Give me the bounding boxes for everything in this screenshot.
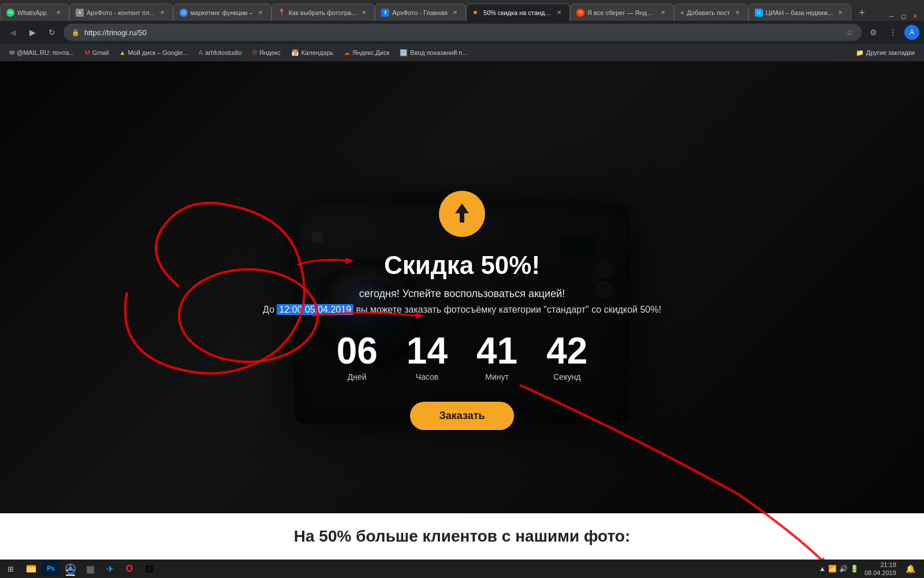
notification-icon: 🔔 <box>906 564 915 573</box>
new-tab-button[interactable]: + <box>854 5 870 21</box>
logo-circle <box>439 191 485 237</box>
notification-button[interactable]: 🔔 <box>902 561 918 577</box>
site-content: Скидка 50%! сегодня! Успейте воспользова… <box>0 61 924 560</box>
bookmark-mail[interactable]: ✉ @MAIL.RU: почта... <box>5 47 79 58</box>
bookmark-drive[interactable]: ▲ Мой диск – Google... <box>115 47 193 58</box>
gmail-icon: M <box>85 49 90 56</box>
tab-yasave-close[interactable]: ✕ <box>658 8 668 17</box>
tab-cian-close[interactable]: ✕ <box>836 8 845 17</box>
tab-yasave-label: Я все сберег — Яндек... <box>587 9 655 16</box>
tray-battery-icon[interactable]: 🔋 <box>850 565 859 573</box>
svg-line-10 <box>72 569 74 570</box>
tab-sale-close[interactable]: ✕ <box>554 8 564 17</box>
tab-sale[interactable]: ★ 50% скидка на станда... ✕ <box>466 3 570 21</box>
tab-whatsapp[interactable]: W WhatsApp ✕ <box>0 3 69 21</box>
tab-sale-label: 50% скидка на станда... <box>483 9 552 16</box>
back-button[interactable]: ◀ <box>5 24 21 40</box>
countdown-days: 06 Дней <box>337 332 378 381</box>
countdown-hours-label: Часов <box>416 372 439 381</box>
sale-title: Скидка 50%! <box>384 251 540 280</box>
refresh-button[interactable]: ↻ <box>44 24 60 40</box>
bookmarks-other-label: Другие закладки <box>866 49 915 56</box>
desc-prefix: До <box>263 305 274 314</box>
tray-sound-icon[interactable]: 🔊 <box>839 565 848 573</box>
tab-addpost-close[interactable]: ✕ <box>733 8 742 17</box>
taskbar-telegram[interactable]: ✈ <box>100 561 119 577</box>
pin-icon: 📍 <box>278 9 286 17</box>
minimize-button[interactable]: ─ <box>887 12 896 21</box>
user-avatar[interactable]: A <box>904 25 919 40</box>
tab-google-close[interactable]: ✕ <box>256 8 265 17</box>
bookmarks-other[interactable]: 📁 Другие закладки <box>851 47 919 58</box>
svg-marker-0 <box>455 203 469 223</box>
tab-whatsapp-close[interactable]: ✕ <box>54 8 63 17</box>
tab-arh2[interactable]: f АрхФото - Главная ✕ <box>375 3 466 21</box>
tray-arrow-icon[interactable]: ▲ <box>819 565 826 573</box>
lock-icon: 🔒 <box>72 29 80 36</box>
bookmark-arh[interactable]: A arhfotostudio <box>194 47 247 58</box>
taskbar-chrome[interactable] <box>61 561 80 577</box>
tab-yandex[interactable]: 📍 Как выбрать фотогра... ✕ <box>271 3 375 21</box>
taskbar-apps: Ps ▦ ✈ O 🖼 <box>22 561 158 577</box>
meter-icon: 🔢 <box>400 49 408 57</box>
bookmark-meter[interactable]: 🔢 Ввод показаний п... <box>395 47 472 58</box>
below-fold-section: На 50% больше клиентов с нашими фото: <box>0 513 924 560</box>
forward-button[interactable]: ▶ <box>24 24 40 40</box>
tab-whatsapp-label: WhatsApp <box>17 9 51 16</box>
browser-window: W WhatsApp ✕ A АрхФото - контент пл... ✕… <box>0 0 924 578</box>
tab-arh2-close[interactable]: ✕ <box>450 8 460 17</box>
bookmark-arh-label: arhfotostudio <box>205 49 242 56</box>
google-icon: G <box>180 9 188 17</box>
close-button[interactable]: ✕ <box>910 12 919 21</box>
url-bar[interactable]: 🔒 https://trinogi.ru/50 ☆ <box>64 24 862 41</box>
tab-cian-label: ЦИАН – база недвиж... <box>766 9 833 16</box>
chrome-menu-icon[interactable]: ⋮ <box>885 24 901 40</box>
extensions-icon[interactable]: ⚙ <box>865 24 881 40</box>
taskbar-ps[interactable]: Ps <box>42 561 60 576</box>
desc-suffix: вы можете заказать фотосъёмку категории … <box>356 305 661 314</box>
bookmark-star-icon[interactable]: ☆ <box>846 28 854 37</box>
tab-arh1-close[interactable]: ✕ <box>158 8 167 17</box>
countdown-minutes: 41 Минут <box>476 332 517 381</box>
tab-google-label: маркетинг функции – <box>191 9 253 16</box>
restore-button[interactable]: ◻ <box>899 12 908 21</box>
fb-icon: f <box>381 9 389 17</box>
deadline-highlight: 12:00 05.04.2019 <box>277 304 353 315</box>
countdown-timer: 06 Дней 14 Часов 41 Минут 42 Секунд <box>337 332 588 381</box>
ydisk-icon: ☁ <box>344 49 350 57</box>
tab-addpost[interactable]: + Добавить пост ✕ <box>674 3 748 21</box>
ya-icon: Я <box>576 9 584 17</box>
tab-cian[interactable]: Ц ЦИАН – база недвиж... ✕ <box>748 3 852 21</box>
tab-arh1-label: АрхФото - контент пл... <box>87 9 155 16</box>
svg-rect-6 <box>27 567 36 572</box>
arh-bookmark-icon: A <box>199 49 203 56</box>
bookmark-yandex-label: Яндекс <box>259 49 281 56</box>
countdown-hours-number: 14 <box>407 332 448 369</box>
tray-network-icon[interactable]: 📶 <box>828 565 837 573</box>
bookmark-calendar[interactable]: 📅 Календарь <box>286 47 338 58</box>
tab-yandex-close[interactable]: ✕ <box>359 8 368 17</box>
sale-desc: До 12:00 05.04.2019 вы можете заказать ф… <box>263 305 661 315</box>
arh1-icon: A <box>76 9 84 17</box>
taskbar: ⊞ Ps ▦ ✈ O 🖼 <box>0 560 924 578</box>
start-button[interactable]: ⊞ <box>2 561 18 577</box>
address-bar: ◀ ▶ ↻ 🔒 https://trinogi.ru/50 ☆ ⚙ ⋮ A <box>0 21 924 44</box>
bookmark-ydisk[interactable]: ☁ Яндекс.Диск <box>339 47 394 58</box>
tab-arh1[interactable]: A АрхФото - контент пл... ✕ <box>69 3 173 21</box>
bookmark-calendar-label: Календарь <box>301 49 334 56</box>
taskbar-explorer[interactable] <box>22 561 40 577</box>
taskbar-photos[interactable]: 🖼 <box>140 561 158 577</box>
tab-google[interactable]: G маркетинг функции – ✕ <box>173 3 271 21</box>
taskbar-clock[interactable]: 21:18 08.04.2019 <box>861 561 900 577</box>
bookmark-gmail[interactable]: M Gmail <box>80 47 114 58</box>
tab-bar: W WhatsApp ✕ A АрхФото - контент пл... ✕… <box>0 0 924 21</box>
bookmark-yandex[interactable]: Я Яндекс <box>248 47 285 58</box>
order-button[interactable]: Заказать <box>410 402 513 430</box>
tab-yasave[interactable]: Я Я все сберег — Яндек... ✕ <box>570 3 674 21</box>
taskbar-opera[interactable]: O <box>120 561 139 577</box>
mail-icon: ✉ <box>9 49 14 57</box>
taskbar-calc[interactable]: ▦ <box>81 561 99 577</box>
countdown-minutes-label: Минут <box>485 372 509 381</box>
calendar-icon: 📅 <box>291 49 299 57</box>
countdown-seconds-label: Секунд <box>553 372 580 381</box>
